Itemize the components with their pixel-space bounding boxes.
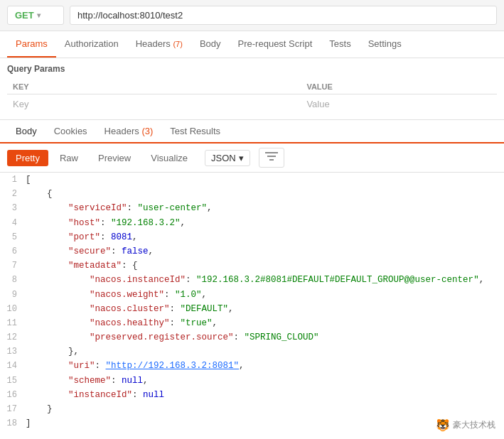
line-number: 11 [0,316,26,330]
json-line: 6 "secure": false, [0,244,504,259]
json-line: 5 "port": 8081, [0,230,504,244]
json-line: 16 "instanceId": null [0,388,504,402]
line-content: } [26,402,504,416]
line-content: ] [26,416,504,430]
table-row: Key Value [7,94,497,114]
line-content: "instanceId": null [26,388,504,402]
json-line: 9 "nacos.weight": "1.0", [0,288,504,302]
line-content: }, [26,345,504,359]
json-line: 8 "nacos.instanceId": "192.168.3.2#8081#… [0,273,504,287]
tab-tests[interactable]: Tests [321,31,359,58]
json-line: 17 } [0,402,504,416]
line-content: "preserved.register.source": "SPRING_CLO… [26,330,504,345]
headers-badge: (7) [173,40,182,48]
line-content: "uri": "http://192.168.3.2:8081", [26,359,504,373]
line-content: "scheme": null, [26,374,504,388]
json-line: 7 "metadata": { [0,259,504,273]
tab-body-res[interactable]: Body [7,120,45,143]
query-params-section: Query Params KEY VALUE Key Value [0,58,504,120]
line-number: 12 [0,330,26,345]
line-content: "host": "192.168.3.2", [26,216,504,230]
line-content: "nacos.healthy": "true", [26,316,504,330]
response-tabs: Body Cookies Headers (3) Test Results [0,120,504,143]
col-header-key: KEY [7,80,301,94]
json-body: 1[2 {3 "serviceId": "user-center",4 "hos… [0,173,504,430]
line-number: 4 [0,216,26,230]
view-tab-pretty[interactable]: Pretty [7,150,48,166]
json-line: 10 "nacos.cluster": "DEFAULT", [0,302,504,316]
line-content: "secure": false, [26,244,504,259]
url-input[interactable] [70,6,497,25]
watermark-icon: 🐯 [436,418,450,430]
method-select[interactable]: GET ▾ [7,6,64,25]
json-line: 13 }, [0,345,504,359]
line-content: [ [26,173,504,187]
line-number: 10 [0,302,26,316]
json-line: 14 "uri": "http://192.168.3.2:8081", [0,359,504,373]
tab-prerequest[interactable]: Pre-request Script [230,31,321,58]
method-label: GET [15,10,34,21]
view-tab-visualize[interactable]: Visualize [142,150,196,166]
line-content: "serviceId": "user-center", [26,201,504,215]
key-cell[interactable]: Key [7,94,301,114]
line-content: "nacos.weight": "1.0", [26,288,504,302]
view-tab-raw[interactable]: Raw [51,150,87,166]
filter-icon [265,151,278,161]
tab-testresults[interactable]: Test Results [161,120,229,143]
line-content: { [26,187,504,201]
line-number: 15 [0,374,26,388]
line-number: 17 [0,402,26,416]
json-line: 11 "nacos.healthy": "true", [0,316,504,330]
line-number: 18 [0,416,26,430]
line-number: 7 [0,259,26,273]
line-number: 9 [0,288,26,302]
request-tabs: Params Authorization Headers (7) Body Pr… [0,31,504,58]
line-number: 1 [0,173,26,187]
line-number: 6 [0,244,26,259]
watermark-text: 豪大技术栈 [453,419,495,430]
line-number: 8 [0,273,26,287]
line-content: "metadata": { [26,259,504,273]
tab-headers-req[interactable]: Headers (7) [127,31,191,58]
watermark: 🐯 豪大技术栈 [436,418,495,430]
json-line: 1[ [0,173,504,187]
json-line: 2 { [0,187,504,201]
url-bar: GET ▾ [0,0,504,31]
view-tab-preview[interactable]: Preview [90,150,139,166]
line-number: 5 [0,230,26,244]
tab-body-req[interactable]: Body [191,31,230,58]
line-number: 3 [0,201,26,215]
line-number: 14 [0,359,26,373]
json-line: 12 "preserved.register.source": "SPRING_… [0,330,504,345]
params-table: KEY VALUE Key Value [7,80,497,114]
query-params-title: Query Params [7,64,497,74]
line-number: 16 [0,388,26,402]
format-select[interactable]: JSON ▾ [205,150,250,166]
line-content: "nacos.cluster": "DEFAULT", [26,302,504,316]
line-number: 2 [0,187,26,201]
tab-cookies[interactable]: Cookies [45,120,96,143]
format-label: JSON [211,153,236,163]
json-line: 3 "serviceId": "user-center", [0,201,504,215]
line-number: 13 [0,345,26,359]
json-line: 4 "host": "192.168.3.2", [0,216,504,230]
tab-headers-res[interactable]: Headers (3) [96,120,162,143]
tab-params[interactable]: Params [7,31,56,58]
line-content: "nacos.instanceId": "192.168.3.2#8081#DE… [26,273,504,287]
tab-authorization[interactable]: Authorization [56,31,127,58]
tab-settings[interactable]: Settings [360,31,410,58]
json-line: 18] [0,416,504,430]
filter-icon-button[interactable] [259,148,284,168]
method-chevron: ▾ [37,11,41,19]
res-headers-badge: (3) [141,126,153,136]
format-chevron: ▾ [239,153,244,163]
value-cell[interactable]: Value [301,94,497,114]
view-tabs: Pretty Raw Preview Visualize JSON ▾ [0,143,504,173]
col-header-value: VALUE [301,80,497,94]
line-content: "port": 8081, [26,230,504,244]
json-line: 15 "scheme": null, [0,374,504,388]
